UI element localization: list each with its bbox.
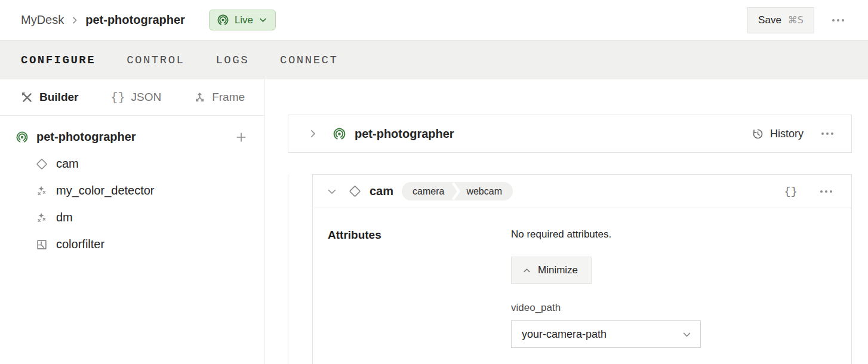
component-collapse-chevron-down-icon[interactable]: [324, 184, 340, 199]
config-view-tabs: Builder {} JSON Frame: [0, 79, 264, 116]
edit-json-braces-button[interactable]: {}: [780, 183, 801, 200]
video-path-select[interactable]: your-camera-path: [511, 320, 701, 348]
live-broadcast-icon: [217, 14, 229, 26]
minimize-button-label: Minimize: [538, 264, 578, 276]
component-menu-button[interactable]: [815, 186, 837, 198]
component-card-cam: cam camera webcam {} Attributes: [312, 174, 852, 364]
component-diamond-icon: [35, 158, 48, 171]
add-resource-button[interactable]: [233, 129, 250, 146]
content-area: Builder {} JSON Frame: [0, 79, 868, 364]
component-title: cam: [370, 184, 393, 198]
tree-item-label: cam: [56, 157, 79, 171]
breadcrumb-root[interactable]: MyDesk: [21, 13, 64, 27]
part-expand-chevron-right-icon[interactable]: [305, 126, 321, 141]
component-model-tag: camera webcam: [402, 182, 513, 200]
service-sparkle-icon: [35, 184, 48, 198]
attributes-form: No required attributes. Minimize video_p…: [511, 229, 837, 348]
view-tab-builder[interactable]: Builder: [21, 91, 78, 104]
minimize-button[interactable]: Minimize: [511, 257, 592, 284]
machine-status-live-button[interactable]: Live: [209, 10, 276, 30]
chevron-down-icon: [682, 329, 692, 340]
tree-root-machine-part[interactable]: pet-photographer: [0, 124, 264, 150]
breadcrumb-current: pet-photographer: [85, 13, 185, 27]
tab-configure[interactable]: CONFIGURE: [21, 54, 96, 67]
tab-control[interactable]: CONTROL: [127, 54, 184, 67]
video-path-select-value: your-camera-path: [522, 328, 607, 341]
config-main-panel: pet-photographer History: [264, 79, 868, 364]
top-bar: MyDesk pet-photographer Live Save ⌘S: [0, 0, 868, 40]
viam-config-app: MyDesk pet-photographer Live Save ⌘S: [0, 0, 868, 364]
component-model-tag-label: webcam: [460, 182, 513, 200]
tree-item-label: my_color_detector: [56, 184, 155, 198]
history-button[interactable]: History: [752, 128, 804, 140]
tag-divider-chevron: [451, 182, 460, 200]
tree-item-my-color-detector[interactable]: my_color_detector: [0, 177, 264, 204]
view-tab-frame-label: Frame: [212, 91, 245, 104]
tree-item-colorfilter[interactable]: colorfilter: [0, 231, 264, 258]
save-shortcut-hint: ⌘S: [788, 14, 804, 26]
view-tab-frame[interactable]: Frame: [193, 91, 245, 104]
tree-root-label: pet-photographer: [36, 130, 233, 144]
tools-icon: [21, 91, 33, 104]
machine-part-card: pet-photographer History: [288, 115, 852, 153]
attributes-empty-note: No required attributes.: [511, 229, 837, 240]
tab-connect[interactable]: CONNECT: [280, 54, 338, 67]
module-icon: [35, 238, 48, 251]
config-sidebar: Builder {} JSON Frame: [0, 79, 264, 364]
component-card-header: cam camera webcam {}: [313, 175, 851, 208]
video-path-field-label: video_path: [511, 302, 837, 314]
service-sparkle-icon: [35, 211, 48, 224]
part-card-menu-button[interactable]: [817, 128, 838, 140]
component-diamond-icon: [348, 184, 362, 198]
resource-tree: pet-photographer cam: [0, 116, 264, 258]
save-button[interactable]: Save ⌘S: [747, 7, 814, 33]
view-tab-json[interactable]: {} JSON: [110, 91, 161, 104]
chevron-up-icon: [522, 266, 531, 275]
tree-item-dm[interactable]: dm: [0, 204, 264, 231]
chevron-down-icon: [258, 16, 267, 24]
machine-live-icon: [16, 131, 29, 144]
chevron-right-icon: [70, 16, 79, 25]
machine-live-icon: [333, 127, 346, 141]
braces-icon: {}: [110, 91, 125, 104]
save-button-label: Save: [758, 14, 781, 26]
attributes-column: Attributes: [328, 229, 511, 348]
tab-logs[interactable]: LOGS: [216, 54, 249, 67]
view-tab-json-label: JSON: [131, 91, 161, 104]
part-group-body: cam camera webcam {} Attributes: [288, 174, 852, 364]
attributes-section-label: Attributes: [328, 229, 511, 242]
axes-icon: [193, 91, 206, 104]
live-status-label: Live: [235, 14, 253, 26]
machine-nav-tabs: CONFIGURE CONTROL LOGS CONNECT: [0, 40, 868, 79]
tree-item-label: dm: [56, 211, 73, 224]
component-card-body: Attributes No required attributes. Minim…: [313, 208, 851, 364]
history-label: History: [770, 128, 804, 140]
tree-item-cam[interactable]: cam: [0, 150, 264, 177]
part-card-title: pet-photographer: [355, 127, 752, 141]
history-clock-icon: [752, 128, 764, 140]
view-tab-builder-label: Builder: [39, 91, 78, 104]
tree-item-label: colorfilter: [56, 237, 104, 251]
component-type-tag-label: camera: [402, 182, 451, 200]
topbar-overflow-menu-button[interactable]: [827, 14, 849, 26]
